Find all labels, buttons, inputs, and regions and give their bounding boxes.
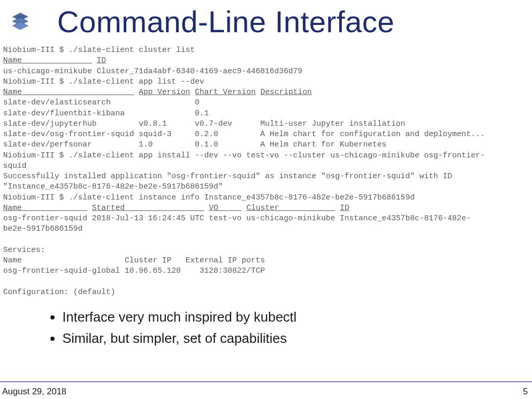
- footer-date: August 29, 2018: [2, 387, 66, 397]
- slide: Command-Line Interface Niobium-III $ ./s…: [0, 0, 532, 399]
- bullet-list: Interface very much inspired by kubectlS…: [62, 309, 532, 347]
- terminal-output: Niobium-III $ ./slate-client cluster lis…: [0, 41, 532, 298]
- bullet-item: Interface very much inspired by kubectl: [62, 309, 532, 325]
- footer: August 29, 2018 5: [2, 387, 528, 397]
- footer-page: 5: [523, 387, 528, 397]
- title-row: Command-Line Interface: [0, 0, 532, 41]
- bullet-item: Similar, but simpler, set of capabilitie…: [62, 330, 532, 347]
- slate-logo-icon: [6, 8, 34, 36]
- svg-marker-6: [12, 22, 28, 30]
- footer-divider: [0, 381, 532, 382]
- slide-title: Command-Line Interface: [57, 4, 394, 39]
